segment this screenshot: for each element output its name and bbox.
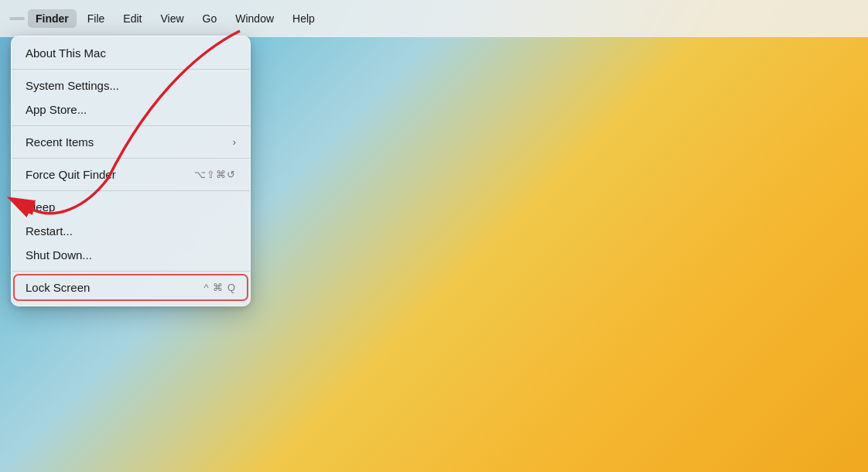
lock-screen-shortcut: ^ ⌘ Q	[204, 282, 236, 293]
recent-items-label: Recent Items	[26, 135, 94, 149]
system-settings-label: System Settings...	[26, 79, 119, 92]
sleep-label: Sleep	[26, 200, 55, 214]
separator-3	[12, 158, 250, 159]
system-settings-item[interactable]: System Settings...	[12, 74, 250, 97]
separator-4	[12, 190, 250, 191]
app-store-item[interactable]: App Store...	[12, 97, 250, 121]
about-this-mac-item[interactable]: About This Mac	[12, 41, 250, 65]
force-quit-item[interactable]: Force Quit Finder ⌥⇧⌘↺	[12, 162, 250, 186]
menubar: Finder File Edit View Go Window Help	[0, 0, 868, 37]
shut-down-item[interactable]: Shut Down...	[12, 243, 250, 267]
restart-item[interactable]: Restart...	[12, 219, 250, 243]
go-menu[interactable]: Go	[195, 9, 225, 28]
force-quit-label: Force Quit Finder	[26, 168, 116, 181]
about-this-mac-label: About This Mac	[26, 46, 106, 60]
recent-items-item[interactable]: Recent Items ›	[12, 130, 250, 154]
separator-2	[12, 125, 250, 126]
apple-dropdown-menu: About This Mac System Settings... App St…	[11, 36, 251, 306]
apple-menu-button[interactable]	[9, 17, 25, 20]
finder-menu[interactable]: Finder	[28, 9, 77, 28]
edit-menu[interactable]: Edit	[115, 9, 149, 28]
lock-screen-item[interactable]: Lock Screen ^ ⌘ Q	[15, 275, 247, 299]
app-store-label: App Store...	[26, 103, 87, 116]
force-quit-shortcut: ⌥⇧⌘↺	[194, 169, 236, 180]
separator-5	[12, 271, 250, 272]
window-menu[interactable]: Window	[227, 9, 282, 28]
file-menu[interactable]: File	[80, 9, 113, 28]
help-menu[interactable]: Help	[285, 9, 323, 28]
restart-label: Restart...	[26, 224, 73, 238]
shut-down-label: Shut Down...	[26, 248, 92, 262]
sleep-item[interactable]: Sleep	[12, 195, 250, 219]
view-menu[interactable]: View	[152, 9, 191, 28]
separator-1	[12, 69, 250, 70]
lock-screen-label: Lock Screen	[26, 281, 90, 294]
recent-items-chevron-icon: ›	[233, 136, 236, 148]
